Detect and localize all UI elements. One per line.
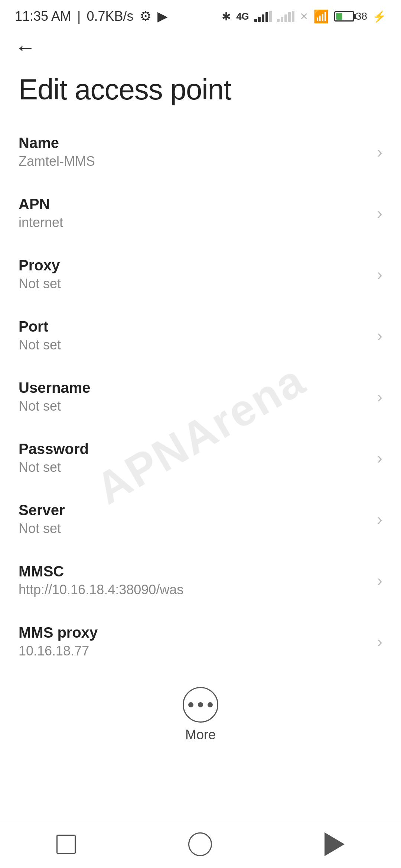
settings-label-password: Password: [19, 441, 369, 457]
settings-value-username: Not set: [19, 398, 369, 414]
settings-item-port[interactable]: Port Not set ›: [0, 305, 401, 366]
wifi-icon: 📶: [313, 9, 329, 24]
nav-recents-button[interactable]: [56, 835, 76, 854]
settings-item-name[interactable]: Name Zamtel-MMS ›: [0, 121, 401, 183]
battery-container: 38: [334, 10, 367, 22]
status-left: 11:35 AM | 0.7KB/s ⚙ ▶: [15, 9, 168, 24]
no-signal-icon: ✕: [300, 10, 308, 23]
settings-label-mms-proxy: MMS proxy: [19, 624, 369, 641]
settings-value-port: Not set: [19, 337, 369, 353]
separator: |: [77, 9, 81, 24]
settings-item-username[interactable]: Username Not set ›: [0, 366, 401, 427]
chevron-icon-server: ›: [377, 510, 382, 529]
settings-item-mmsc-content: MMSC http://10.16.18.4:38090/was: [19, 563, 369, 598]
settings-item-port-content: Port Not set: [19, 318, 369, 353]
settings-value-name: Zamtel-MMS: [19, 154, 369, 169]
chevron-icon-password: ›: [377, 449, 382, 467]
bluetooth-icon: ✱: [222, 10, 231, 23]
back-arrow-icon: ←: [15, 36, 36, 59]
charge-icon: ⚡: [372, 10, 386, 23]
more-button-container[interactable]: More: [0, 672, 401, 754]
dot-2: [198, 702, 203, 707]
settings-value-password: Not set: [19, 460, 369, 475]
more-dots: [188, 702, 213, 707]
settings-label-name: Name: [19, 135, 369, 151]
nav-back-button[interactable]: [325, 832, 345, 856]
speed-display: 0.7KB/s: [87, 9, 133, 24]
signal-bars-1: [254, 11, 272, 22]
back-button[interactable]: ←: [0, 30, 401, 62]
settings-item-name-content: Name Zamtel-MMS: [19, 135, 369, 169]
settings-label-proxy: Proxy: [19, 257, 369, 274]
settings-item-apn[interactable]: APN internet ›: [0, 183, 401, 244]
settings-label-port: Port: [19, 318, 369, 335]
more-label: More: [185, 727, 216, 743]
settings-item-username-content: Username Not set: [19, 379, 369, 414]
settings-label-mmsc: MMSC: [19, 563, 369, 580]
settings-item-server[interactable]: Server Not set ›: [0, 489, 401, 550]
page-title: Edit access point: [0, 62, 401, 121]
chevron-icon-apn: ›: [377, 204, 382, 223]
settings-value-mms-proxy: 10.16.18.77: [19, 643, 369, 659]
settings-value-apn: internet: [19, 215, 369, 230]
chevron-icon-mms-proxy: ›: [377, 632, 382, 651]
battery-icon: [334, 11, 354, 22]
settings-item-mms-proxy[interactable]: MMS proxy 10.16.18.77 ›: [0, 611, 401, 672]
settings-label-server: Server: [19, 502, 369, 519]
signal-bars-2: [277, 11, 294, 22]
battery-percent: 38: [356, 10, 367, 22]
settings-label-apn: APN: [19, 196, 369, 213]
settings-item-server-content: Server Not set: [19, 502, 369, 536]
camera-icon: ▶: [157, 9, 168, 24]
settings-list: Name Zamtel-MMS › APN internet › Proxy N…: [0, 121, 401, 672]
chevron-icon-username: ›: [377, 388, 382, 406]
settings-item-proxy[interactable]: Proxy Not set ›: [0, 244, 401, 305]
nav-home-button[interactable]: [188, 832, 212, 856]
settings-value-mmsc: http://10.16.18.4:38090/was: [19, 582, 369, 598]
settings-value-proxy: Not set: [19, 276, 369, 292]
network-4g: 4G: [236, 11, 249, 22]
settings-item-proxy-content: Proxy Not set: [19, 257, 369, 292]
status-right: ✱ 4G ✕ 📶 38 ⚡: [222, 9, 386, 24]
chevron-icon-port: ›: [377, 326, 382, 345]
time-display: 11:35 AM: [15, 9, 71, 24]
nav-bar: [0, 820, 401, 868]
chevron-icon-name: ›: [377, 143, 382, 161]
settings-item-mmsc[interactable]: MMSC http://10.16.18.4:38090/was ›: [0, 550, 401, 611]
chevron-icon-proxy: ›: [377, 265, 382, 284]
settings-item-apn-content: APN internet: [19, 196, 369, 230]
settings-item-password-content: Password Not set: [19, 441, 369, 475]
settings-icon: ⚙: [140, 9, 151, 24]
settings-value-server: Not set: [19, 521, 369, 536]
status-bar: 11:35 AM | 0.7KB/s ⚙ ▶ ✱ 4G ✕ 📶 38: [0, 0, 401, 30]
more-button[interactable]: [183, 687, 218, 723]
settings-item-password[interactable]: Password Not set ›: [0, 427, 401, 489]
dot-3: [208, 702, 213, 707]
chevron-icon-mmsc: ›: [377, 571, 382, 590]
dot-1: [188, 702, 193, 707]
settings-label-username: Username: [19, 379, 369, 396]
settings-item-mms-proxy-content: MMS proxy 10.16.18.77: [19, 624, 369, 659]
